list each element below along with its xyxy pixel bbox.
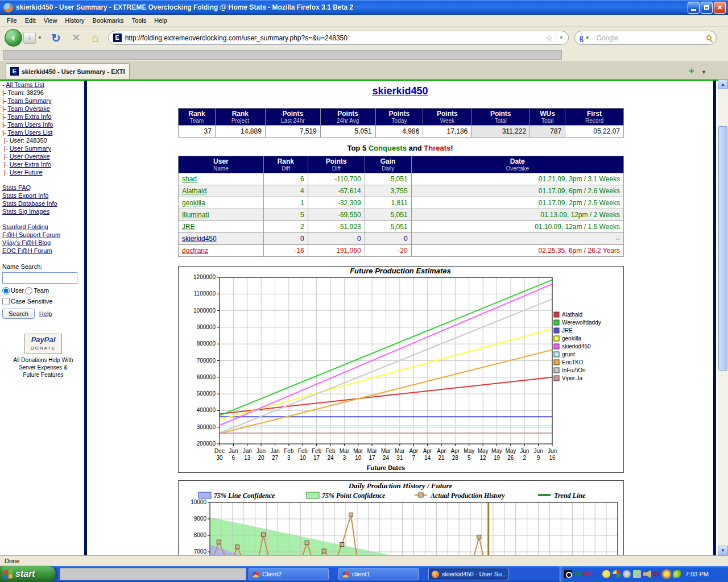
menu-edit[interactable]: Edit <box>21 15 40 26</box>
taskbar-clock[interactable]: 7:03 PM <box>685 571 709 577</box>
forward-button[interactable]: › <box>23 32 36 44</box>
user-link[interactable]: geokilla <box>182 199 205 207</box>
google-logo-icon[interactable]: g <box>580 34 584 43</box>
sidebar-item-user-overtake: |- User Overtake <box>2 152 84 160</box>
nav-history-dropdown-icon[interactable]: ▼ <box>38 35 42 40</box>
sidebar-link-fah-forum: F@H Support Forum <box>2 231 84 239</box>
vertical-scrollbar[interactable]: ▲ ▼ <box>718 80 728 555</box>
svg-text:Feb: Feb <box>325 448 336 454</box>
scroll-up-button[interactable]: ▲ <box>718 80 728 89</box>
windows-logo-icon <box>4 569 13 579</box>
points-24avg-value: 5,051 <box>320 126 375 138</box>
task-button-firefox[interactable]: skierkid450 - User Su... <box>428 568 508 580</box>
stop-button[interactable]: ✕ <box>72 32 80 44</box>
aim-tray-icon[interactable] <box>602 570 610 578</box>
reload-button[interactable]: ↻ <box>51 31 61 45</box>
user-link[interactable]: docfranz <box>182 247 208 255</box>
user-link[interactable]: JRE <box>182 223 195 231</box>
home-button[interactable]: ⌂ <box>92 31 99 45</box>
scroll-down-button[interactable]: ▼ <box>718 546 728 555</box>
sidebar-item-user-future: |- User Future <box>2 168 84 176</box>
search-button[interactable]: Search <box>2 309 35 319</box>
web-search-input[interactable] <box>597 34 706 42</box>
user-link[interactable]: skierkid450 <box>182 235 217 243</box>
menu-file[interactable]: File <box>3 15 21 26</box>
chart2-legend-label: Trend Line <box>554 492 586 500</box>
menu-help[interactable]: Help <box>150 15 171 26</box>
search-engine-dropdown-icon[interactable]: ▼ <box>585 35 590 40</box>
restore-button[interactable] <box>701 2 713 14</box>
url-dropdown-icon[interactable]: ▼ <box>556 35 564 40</box>
nvidia-tray-icon[interactable] <box>673 570 681 578</box>
name-search-input[interactable] <box>2 272 77 284</box>
scrollbar-thumb[interactable] <box>718 126 727 371</box>
url-input[interactable] <box>125 34 546 42</box>
menu-history[interactable]: History <box>61 15 88 26</box>
menu-tools[interactable]: Tools <box>128 15 151 26</box>
tab-user-summary[interactable]: E skierkid450 - User Summary - EXTRE... <box>6 63 130 79</box>
svg-text:Jun: Jun <box>520 448 529 454</box>
svg-text:16: 16 <box>549 455 556 461</box>
case-sensitive-checkbox[interactable]: Case Sensitive <box>2 297 52 305</box>
svg-text:Apr: Apr <box>451 448 460 454</box>
bookmark-star-icon[interactable]: ☆ <box>545 33 553 43</box>
rank-project-value: 14,889 <box>215 126 265 138</box>
chart1-legend: AlathaldWerewolfdaddyJREgeokillaskierkid… <box>554 311 601 381</box>
svg-text:21: 21 <box>438 455 445 461</box>
search-icon[interactable] <box>706 35 712 40</box>
paypal-donate-button[interactable]: PayPal DONATE <box>24 334 62 354</box>
user-name-link[interactable]: skierkid450 <box>372 85 428 97</box>
user-link[interactable]: shad <box>182 175 197 183</box>
svg-text:10000: 10000 <box>191 499 206 505</box>
menu-view[interactable]: View <box>40 15 61 26</box>
sidebar-item-team-users-list: |- Team Users List <box>2 128 84 136</box>
sidebar-link-eoc-forum: EOC F@H Forum <box>2 247 84 255</box>
legend-label-Alathald: Alathald <box>562 311 582 318</box>
help-link[interactable]: Help <box>39 310 52 318</box>
svg-text:Mar: Mar <box>381 448 391 454</box>
start-button[interactable]: start <box>0 566 56 582</box>
chart2-body: 10000900080007000Daily Production Histor… <box>191 481 618 555</box>
sidebar-nav: - All Teams List |- Team: 38296 |- Team … <box>0 81 84 555</box>
menu-bookmarks[interactable]: Bookmarks <box>89 15 128 26</box>
svg-text:May: May <box>491 448 502 454</box>
task-button-client1[interactable]: client1 <box>338 568 419 580</box>
back-button[interactable]: ‹ <box>5 29 22 47</box>
volume-tray-icon[interactable] <box>623 570 631 578</box>
list-all-tabs-icon[interactable]: ▼ <box>701 69 706 75</box>
legend-label-EricTKD: EricTKD <box>562 359 583 365</box>
svg-text:Jun: Jun <box>548 448 557 454</box>
task-button-client2[interactable]: Client2 <box>249 568 329 580</box>
svg-text:20: 20 <box>258 455 265 461</box>
svg-text:1200000: 1200000 <box>193 274 216 280</box>
network-tray-icon[interactable] <box>633 570 641 578</box>
chart1-body: 2000003000004000005000006000007000008000… <box>193 267 557 471</box>
radio-user-input[interactable] <box>2 287 10 294</box>
system-tray: 58 58 56 65 7:03 PM <box>560 566 728 582</box>
url-bar: E ☆ ▼ <box>108 31 569 45</box>
speedfan-tray-icon[interactable] <box>663 570 671 578</box>
radio-user[interactable]: User <box>2 286 24 294</box>
sidebar-item-user-number: |- User: 248350 <box>2 136 84 144</box>
speaker-tray-icon[interactable] <box>643 570 651 578</box>
radio-team-input[interactable] <box>25 287 32 294</box>
table-row-threat: docfranz -16 191,060 -20 02.25.35, 6pm /… <box>179 245 624 257</box>
svg-text:26: 26 <box>507 455 514 461</box>
svg-text:Dec: Dec <box>214 448 225 454</box>
future-production-chart: 2000003000004000005000006000007000008000… <box>178 266 624 473</box>
close-button[interactable]: ✕ <box>714 2 726 14</box>
radio-team[interactable]: Team <box>25 286 49 294</box>
user-link[interactable]: Illuminati <box>182 211 209 219</box>
pinwheel-tray-icon[interactable] <box>613 570 621 578</box>
user-link[interactable]: Alathald <box>182 187 206 195</box>
new-tab-button[interactable]: + <box>686 66 697 76</box>
svg-text:Jan: Jan <box>229 448 238 454</box>
case-sensitive-input[interactable] <box>2 298 10 305</box>
svg-text:1000000: 1000000 <box>193 307 216 314</box>
chart2-legend-label: Actual Production History <box>430 492 505 500</box>
status-text: Done <box>5 558 19 564</box>
daily-production-chart-svg: 10000900080007000Daily Production Histor… <box>179 481 623 555</box>
legend-label-grunt: grunt <box>562 351 575 357</box>
minimize-button[interactable] <box>688 2 700 14</box>
steam-tray-icon[interactable] <box>564 570 572 578</box>
